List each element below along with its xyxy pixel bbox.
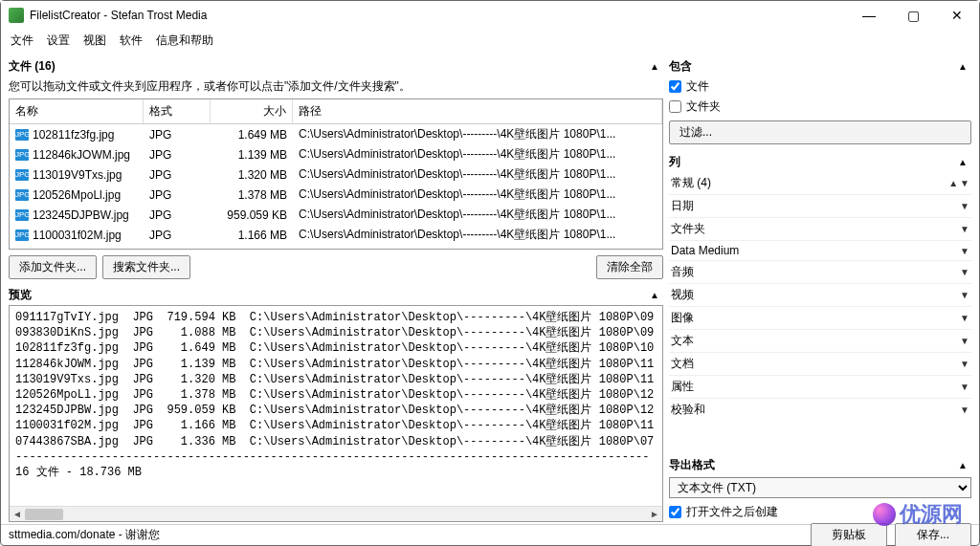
output-format-select[interactable]: 文本文件 (TXT) bbox=[669, 477, 971, 498]
col-path[interactable]: 路径 bbox=[293, 99, 662, 123]
include-folder-checkbox[interactable] bbox=[669, 100, 681, 113]
app-window: FilelistCreator - Stefan Trost Media — ▢… bbox=[0, 0, 980, 546]
file-name: 123245DJPBW.jpg bbox=[33, 208, 129, 222]
column-group[interactable]: 文件夹▼ bbox=[669, 217, 971, 240]
menu-item-2[interactable]: 视图 bbox=[83, 33, 106, 49]
collapse-preview-icon[interactable]: ▲ bbox=[646, 290, 663, 300]
column-group[interactable]: 常规 (4)▲▼ bbox=[669, 172, 971, 194]
chevron-down-icon: ▼ bbox=[960, 201, 969, 211]
content-area: 文件 (16) ▲ 您可以拖动文件或文件夹到应用程序，或者你可以点击"添加文件/… bbox=[1, 51, 979, 524]
table-row[interactable]: JPG07443867SBA.jpgJPG1.336 MBC:\Users\Ad… bbox=[10, 245, 662, 249]
preview-line: 102811fz3fg.jpg JPG 1.649 MB C:\Users\Ad… bbox=[15, 340, 657, 356]
file-size: 959.059 KB bbox=[211, 207, 293, 223]
preview-line: 113019V9Txs.jpg JPG 1.320 MB C:\Users\Ad… bbox=[15, 372, 657, 387]
file-size: 1.139 MB bbox=[211, 147, 293, 163]
column-group-label: 视频 bbox=[671, 287, 958, 303]
column-group[interactable]: 图像▼ bbox=[669, 306, 971, 329]
menu-item-0[interactable]: 文件 bbox=[11, 33, 33, 49]
preview-box: 091117gTvIY.jpg JPG 719.594 KB C:\Users\… bbox=[9, 305, 663, 522]
clipboard-button[interactable]: 剪贴板 bbox=[811, 523, 887, 546]
column-group[interactable]: 校验和▼ bbox=[669, 398, 971, 421]
clear-all-button[interactable]: 清除全部 bbox=[596, 255, 663, 279]
file-name: 120526MpoLl.jpg bbox=[33, 188, 121, 202]
file-size: 1.320 MB bbox=[211, 167, 293, 183]
column-group[interactable]: 视频▼ bbox=[669, 283, 971, 306]
add-folder-button[interactable]: 添加文件夹... bbox=[9, 255, 97, 279]
column-group[interactable]: Data Medium▼ bbox=[669, 240, 971, 260]
file-format: JPG bbox=[144, 248, 211, 250]
menu-item-3[interactable]: 软件 bbox=[120, 33, 143, 49]
file-format: JPG bbox=[144, 228, 211, 243]
include-file-checkbox[interactable] bbox=[669, 80, 681, 93]
preview-header[interactable]: 预览 ▲ bbox=[9, 285, 663, 305]
column-group-label: 文档 bbox=[671, 356, 958, 372]
close-button[interactable]: ✕ bbox=[935, 1, 979, 30]
table-row[interactable]: JPG120526MpoLl.jpgJPG1.378 MBC:\Users\Ad… bbox=[10, 185, 662, 205]
caret-up-icon: ▲ bbox=[948, 178, 958, 188]
preview-line: 091117gTvIY.jpg JPG 719.594 KB C:\Users\… bbox=[15, 310, 657, 325]
output-header[interactable]: 导出格式 ▲ bbox=[669, 455, 971, 475]
columns-header[interactable]: 列 ▲ bbox=[669, 152, 971, 172]
file-size: 1.649 MB bbox=[211, 127, 293, 142]
save-button[interactable]: 保存... bbox=[895, 523, 971, 546]
output-section: 文本文件 (TXT) 打开文件之后创建 bbox=[669, 475, 971, 522]
column-group[interactable]: 音频▼ bbox=[669, 260, 971, 283]
file-path: C:\Users\Administrator\Desktop\---------… bbox=[293, 125, 662, 143]
status-bar: sttmedia.com/donate - 谢谢您 剪贴板 保存... bbox=[1, 524, 979, 545]
filter-button[interactable]: 过滤... bbox=[669, 120, 971, 144]
preview-text[interactable]: 091117gTvIY.jpg JPG 719.594 KB C:\Users\… bbox=[10, 306, 662, 506]
column-group[interactable]: 文本▼ bbox=[669, 329, 971, 352]
collapse-include-icon[interactable]: ▲ bbox=[954, 61, 971, 72]
file-path: C:\Users\Administrator\Desktop\---------… bbox=[293, 145, 662, 164]
menu-item-4[interactable]: 信息和帮助 bbox=[156, 33, 213, 49]
include-file-row[interactable]: 文件 bbox=[669, 76, 971, 97]
files-header[interactable]: 文件 (16) ▲ bbox=[9, 56, 663, 76]
include-folder-row[interactable]: 文件夹 bbox=[669, 97, 971, 117]
include-folder-label: 文件夹 bbox=[686, 98, 721, 115]
col-format[interactable]: 格式 bbox=[144, 99, 211, 123]
collapse-output-icon[interactable]: ▲ bbox=[954, 460, 971, 470]
include-header[interactable]: 包含 ▲ bbox=[669, 56, 971, 76]
collapse-files-icon[interactable]: ▲ bbox=[646, 61, 663, 72]
preview-line: 16 文件 - 18.736 MB bbox=[15, 465, 657, 480]
column-group[interactable]: 日期▼ bbox=[669, 194, 971, 217]
column-group-label: 日期 bbox=[671, 198, 958, 214]
table-row[interactable]: JPG113019V9Txs.jpgJPG1.320 MBC:\Users\Ad… bbox=[10, 164, 662, 185]
column-group[interactable]: 文档▼ bbox=[669, 352, 971, 375]
file-format: JPG bbox=[144, 187, 211, 203]
maximize-button[interactable]: ▢ bbox=[891, 1, 935, 30]
scroll-right-arrow[interactable]: ► bbox=[647, 509, 662, 519]
search-folder-button[interactable]: 搜索文件夹... bbox=[102, 255, 190, 279]
file-table-body: JPG102811fz3fg.jpgJPG1.649 MBC:\Users\Ad… bbox=[10, 124, 662, 249]
menu-item-1[interactable]: 设置 bbox=[47, 33, 70, 49]
table-row[interactable]: JPG112846kJOWM.jpgJPG1.139 MBC:\Users\Ad… bbox=[10, 144, 662, 164]
column-group[interactable]: 属性▼ bbox=[669, 375, 971, 398]
table-row[interactable]: JPG102811fz3fg.jpgJPG1.649 MBC:\Users\Ad… bbox=[10, 124, 662, 144]
table-row[interactable]: JPG123245DJPBW.jpgJPG959.059 KBC:\Users\… bbox=[10, 205, 662, 225]
file-path: C:\Users\Administrator\Desktop\---------… bbox=[293, 186, 662, 204]
preview-hscroll[interactable]: ◄ ► bbox=[10, 506, 662, 521]
columns-list: 常规 (4)▲▼日期▼文件夹▼Data Medium▼音频▼视频▼图像▼文本▼文… bbox=[669, 172, 971, 421]
columns-header-label: 列 bbox=[669, 154, 680, 170]
jpg-icon: JPG bbox=[15, 129, 29, 141]
collapse-columns-icon[interactable]: ▲ bbox=[954, 157, 971, 167]
scroll-thumb[interactable] bbox=[25, 509, 63, 520]
include-header-label: 包含 bbox=[669, 58, 692, 75]
col-size[interactable]: 大小 bbox=[211, 99, 293, 123]
open-after-checkbox[interactable] bbox=[669, 506, 681, 518]
column-group-label: 属性 bbox=[671, 379, 958, 395]
window-title: FilelistCreator - Stefan Trost Media bbox=[30, 9, 847, 22]
jpg-icon: JPG bbox=[15, 149, 29, 161]
col-name[interactable]: 名称 bbox=[10, 99, 144, 123]
file-size: 1.166 MB bbox=[211, 228, 293, 243]
chevron-down-icon: ▼ bbox=[960, 382, 969, 392]
column-group-label: 常规 (4) bbox=[671, 175, 947, 191]
scroll-track[interactable] bbox=[25, 509, 647, 520]
chevron-down-icon: ▼ bbox=[960, 404, 969, 415]
open-after-row[interactable]: 打开文件之后创建 bbox=[669, 502, 971, 522]
minimize-button[interactable]: — bbox=[847, 1, 891, 30]
scroll-left-arrow[interactable]: ◄ bbox=[10, 509, 25, 519]
chevron-down-icon: ▼ bbox=[960, 267, 969, 277]
table-row[interactable]: JPG1100031f02M.jpgJPG1.166 MBC:\Users\Ad… bbox=[10, 225, 662, 245]
file-path: C:\Users\Administrator\Desktop\---------… bbox=[293, 165, 662, 184]
